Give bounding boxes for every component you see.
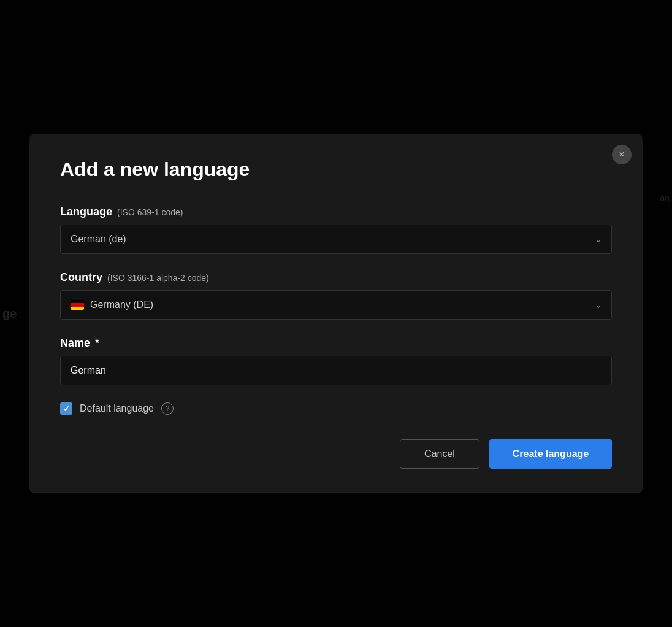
modal-title: Add a new language bbox=[60, 158, 612, 181]
default-language-checkbox[interactable]: ✓ bbox=[60, 402, 72, 415]
language-selected-value: German (de) bbox=[71, 234, 126, 245]
modal-overlay: × Add a new language Language (ISO 639-1… bbox=[0, 0, 672, 627]
default-language-row: ✓ Default language ? bbox=[60, 402, 612, 415]
country-selected-value: Germany (DE) bbox=[90, 299, 153, 310]
create-language-button[interactable]: Create language bbox=[489, 439, 612, 469]
country-sub-label: (ISO 3166-1 alpha-2 code) bbox=[107, 273, 209, 283]
language-select[interactable]: German (de) bbox=[60, 225, 612, 254]
modal-close-button[interactable]: × bbox=[612, 145, 632, 164]
name-required-marker: * bbox=[95, 337, 99, 350]
name-label: Name * bbox=[60, 337, 612, 350]
country-select[interactable]: Germany (DE) bbox=[60, 290, 612, 320]
language-field-group: Language (ISO 639-1 code) German (de) ⌄ bbox=[60, 206, 612, 254]
checkmark-icon: ✓ bbox=[63, 404, 70, 414]
language-sub-label: (ISO 639-1 code) bbox=[117, 207, 183, 217]
country-label: Country (ISO 3166-1 alpha-2 code) bbox=[60, 271, 612, 284]
language-select-wrapper[interactable]: German (de) ⌄ bbox=[60, 225, 612, 254]
help-icon[interactable]: ? bbox=[161, 402, 174, 415]
cancel-button[interactable]: Cancel bbox=[400, 439, 479, 469]
name-input[interactable] bbox=[60, 356, 612, 385]
modal-footer: Cancel Create language bbox=[60, 439, 612, 469]
germany-flag-icon bbox=[71, 300, 84, 310]
country-field-group: Country (ISO 3166-1 alpha-2 code) German… bbox=[60, 271, 612, 320]
name-field-group: Name * bbox=[60, 337, 612, 385]
country-select-wrapper[interactable]: Germany (DE) ⌄ bbox=[60, 290, 612, 320]
modal-dialog: × Add a new language Language (ISO 639-1… bbox=[29, 134, 643, 493]
default-language-label: Default language bbox=[80, 403, 154, 414]
language-label: Language (ISO 639-1 code) bbox=[60, 206, 612, 218]
